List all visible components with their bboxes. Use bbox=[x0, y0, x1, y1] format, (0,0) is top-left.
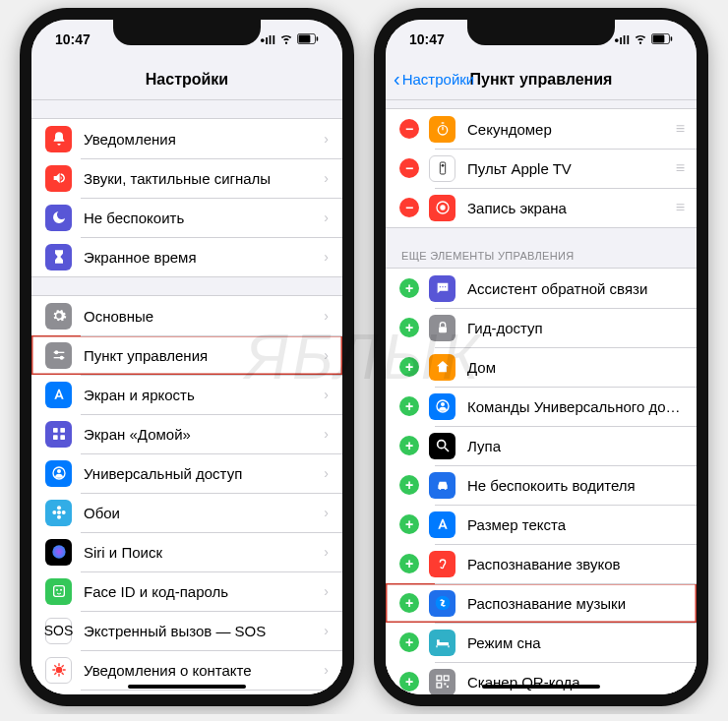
status-time: 10:47 bbox=[409, 31, 445, 47]
add-button[interactable]: + bbox=[399, 514, 419, 534]
settings-row-general[interactable]: Основные› bbox=[31, 296, 342, 335]
settings-row-dnd[interactable]: Не беспокоить› bbox=[31, 198, 342, 237]
chevron-right-icon: › bbox=[324, 505, 329, 520]
settings-row-sos[interactable]: SOSЭкстренный вызов — SOS› bbox=[31, 611, 342, 650]
add-button[interactable]: + bbox=[399, 357, 419, 377]
display-icon bbox=[45, 382, 72, 408]
more-row-text-size[interactable]: +Размер текста bbox=[386, 505, 697, 544]
row-label: Siri и Поиск bbox=[84, 544, 320, 561]
battery-icon bbox=[297, 32, 319, 47]
more-row-guided-access[interactable]: +Гид-доступ bbox=[386, 308, 697, 347]
add-button[interactable]: + bbox=[399, 672, 419, 691]
add-button[interactable]: + bbox=[399, 475, 419, 495]
control-center-list[interactable]: −Секундомер≡−Пульт Apple TV≡−Запись экра… bbox=[386, 100, 697, 694]
row-label: Не беспокоить bbox=[84, 210, 320, 226]
chevron-right-icon: › bbox=[324, 544, 329, 560]
settings-row-wallpaper[interactable]: Обои› bbox=[31, 493, 342, 532]
notch bbox=[113, 20, 261, 45]
chevron-right-icon: › bbox=[324, 210, 329, 225]
included-row-screen-record[interactable]: −Запись экрана≡ bbox=[386, 188, 697, 227]
svg-point-17 bbox=[61, 511, 65, 514]
more-row-driving-dnd[interactable]: +Не беспокоить водителя bbox=[386, 465, 697, 505]
settings-row-battery[interactable]: Аккумулятор› bbox=[31, 690, 342, 694]
more-row-sleep-mode[interactable]: +Режим сна bbox=[386, 623, 697, 662]
add-button[interactable]: + bbox=[399, 278, 419, 298]
settings-list[interactable]: Уведомления›Звуки, тактильные сигналы›Не… bbox=[31, 100, 342, 694]
status-indicators: •ıll bbox=[615, 31, 673, 48]
guided-access-icon bbox=[429, 315, 455, 341]
svg-rect-40 bbox=[440, 162, 445, 174]
svg-point-16 bbox=[52, 511, 56, 514]
wifi-icon bbox=[279, 31, 293, 48]
add-button[interactable]: + bbox=[399, 554, 419, 573]
remove-button[interactable]: − bbox=[399, 198, 419, 217]
svg-rect-7 bbox=[53, 428, 58, 433]
signal-icon: •ıll bbox=[261, 32, 275, 47]
settings-row-faceid[interactable]: Face ID и код-пароль› bbox=[31, 571, 342, 611]
status-indicators: •ıll bbox=[261, 31, 319, 48]
settings-row-sounds[interactable]: Звуки, тактильные сигналы› bbox=[31, 158, 342, 198]
more-row-qr-scanner[interactable]: +Сканер QR-кода bbox=[386, 662, 697, 694]
included-row-apple-tv-remote[interactable]: −Пульт Apple TV≡ bbox=[386, 149, 697, 188]
add-button[interactable]: + bbox=[399, 436, 419, 455]
more-row-feedback-assist[interactable]: +Ассистент обратной связи bbox=[386, 269, 697, 308]
dnd-icon bbox=[45, 205, 72, 231]
remove-button[interactable]: − bbox=[399, 119, 419, 139]
add-button[interactable]: + bbox=[399, 593, 419, 613]
add-button[interactable]: + bbox=[399, 396, 419, 416]
chevron-right-icon: › bbox=[324, 583, 329, 599]
drag-handle-icon[interactable]: ≡ bbox=[676, 120, 683, 138]
row-label: Распознавание звуков bbox=[467, 556, 683, 572]
settings-row-screen-time[interactable]: Экранное время› bbox=[31, 237, 342, 276]
svg-point-53 bbox=[444, 488, 446, 490]
row-label: Дом bbox=[467, 359, 683, 376]
chevron-right-icon: › bbox=[324, 308, 329, 324]
svg-line-27 bbox=[54, 665, 56, 667]
more-row-sound-recognition[interactable]: +Распознавание звуков bbox=[386, 544, 697, 583]
svg-point-14 bbox=[57, 506, 61, 510]
settings-row-home-screen[interactable]: Экран «Домой»› bbox=[31, 414, 342, 453]
svg-rect-5 bbox=[53, 352, 64, 353]
settings-row-control-center[interactable]: Пункт управления› bbox=[31, 335, 342, 375]
back-button[interactable]: ‹ Настройки bbox=[394, 68, 474, 90]
settings-row-siri[interactable]: Siri и Поиск› bbox=[31, 532, 342, 571]
row-label: Гид-доступ bbox=[467, 320, 683, 336]
chevron-right-icon: › bbox=[324, 662, 329, 678]
svg-rect-60 bbox=[444, 683, 446, 685]
home-indicator[interactable] bbox=[482, 685, 600, 689]
settings-row-exposure[interactable]: Уведомления о контакте› bbox=[31, 650, 342, 690]
add-button[interactable]: + bbox=[399, 632, 419, 652]
chevron-right-icon: › bbox=[324, 131, 329, 147]
add-button[interactable]: + bbox=[399, 318, 419, 337]
exposure-icon bbox=[45, 657, 72, 684]
drag-handle-icon[interactable]: ≡ bbox=[676, 199, 683, 216]
svg-line-29 bbox=[54, 673, 56, 675]
settings-row-display[interactable]: Экран и яркость› bbox=[31, 375, 342, 414]
more-row-magnifier[interactable]: +Лупа bbox=[386, 426, 697, 465]
stopwatch-icon bbox=[429, 116, 455, 143]
svg-rect-35 bbox=[653, 34, 665, 42]
row-label: Уведомления о контакте bbox=[84, 662, 320, 679]
remove-button[interactable]: − bbox=[399, 158, 419, 178]
more-row-home[interactable]: +Дом bbox=[386, 347, 697, 387]
home-indicator[interactable] bbox=[128, 685, 246, 689]
svg-point-43 bbox=[440, 205, 445, 210]
more-row-accessibility-shortcuts[interactable]: +Команды Универсального доступа bbox=[386, 387, 697, 426]
qr-scanner-icon bbox=[429, 669, 455, 695]
svg-line-51 bbox=[445, 448, 449, 451]
svg-point-50 bbox=[437, 441, 445, 449]
chevron-right-icon: › bbox=[324, 347, 329, 363]
row-label: Уведомления bbox=[84, 131, 320, 148]
row-label: Ассистент обратной связи bbox=[467, 280, 683, 297]
svg-rect-56 bbox=[437, 639, 440, 642]
control-center-icon bbox=[45, 342, 72, 369]
home-icon bbox=[429, 354, 455, 381]
settings-row-notifications[interactable]: Уведомления› bbox=[31, 119, 342, 158]
more-row-music-recognition[interactable]: +Распознавание музыки bbox=[386, 583, 697, 623]
included-row-stopwatch[interactable]: −Секундомер≡ bbox=[386, 109, 697, 149]
nav-bar: ‹ Настройки Пункт управления bbox=[386, 59, 697, 100]
drag-handle-icon[interactable]: ≡ bbox=[676, 159, 683, 177]
page-title: Настройки bbox=[146, 71, 228, 89]
battery-icon bbox=[651, 32, 673, 47]
settings-row-accessibility[interactable]: Универсальный доступ› bbox=[31, 453, 342, 493]
